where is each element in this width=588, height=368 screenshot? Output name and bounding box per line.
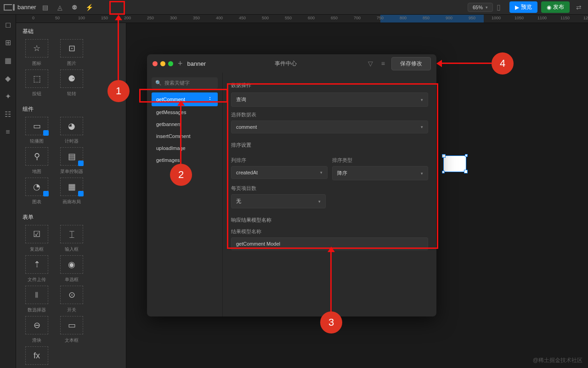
comp-menu-ctrl[interactable]: ▤菜单控制器: [56, 147, 88, 175]
filter-icon[interactable]: ▽: [368, 60, 373, 67]
add-icon[interactable]: +: [178, 59, 183, 69]
comp-icon[interactable]: ☆图标: [21, 39, 53, 67]
device-icon[interactable]: ▯: [497, 3, 506, 12]
selected-shape[interactable]: [443, 155, 466, 172]
arrow-3: [330, 249, 332, 312]
comp-map[interactable]: ⚲地图: [21, 147, 53, 175]
section-model: 响应结果模型名称: [231, 217, 428, 224]
rail-data-icon[interactable]: ≡: [6, 128, 10, 136]
save-button[interactable]: 保存修改: [391, 57, 431, 70]
query-item-getcomment[interactable]: getComment⋮: [152, 92, 218, 106]
operation-select[interactable]: 查询▾: [231, 92, 428, 107]
comp-carousel[interactable]: ⚈轮转: [56, 69, 88, 97]
app-logo-icon: [4, 4, 12, 11]
left-rail: ◻ ⊞ ▦ ◆ ✦ ☷ ≡: [0, 15, 16, 368]
section-form: 表单: [16, 209, 126, 225]
page-label: 每页项目数: [231, 185, 428, 192]
more-icon[interactable]: ⋮: [207, 96, 213, 103]
search-input[interactable]: 🔍 搜索关键字: [152, 77, 218, 89]
comp-switch[interactable]: ⊙开关: [56, 286, 88, 313]
sort-type-label: 排序类型: [332, 157, 429, 164]
tool-user-icon[interactable]: ⚉: [69, 2, 80, 13]
comp-carousel-img[interactable]: ▭轮播图: [21, 117, 53, 144]
arrow-2: [180, 103, 181, 165]
project-title: banner: [17, 4, 36, 11]
ruler: -300-250-200-150-100-5005010015020025030…: [16, 15, 588, 23]
tool-cloud-icon[interactable]: ◬: [54, 2, 65, 13]
marker-2: 2: [170, 164, 192, 186]
query-config-panel: 数据操作 查询▾ 选择数据表 comment▾ 排序设置 列排序 created…: [223, 73, 436, 316]
event-center-modal: + banner 事件中心 ▽ ≡ 保存修改 🔍 搜索关键字 getCommen…: [147, 54, 436, 316]
preview-button[interactable]: ▶ 预览: [509, 1, 537, 13]
section-data-op: 数据操作: [231, 82, 428, 89]
comp-button[interactable]: ⬚按钮: [21, 69, 53, 97]
comp-image[interactable]: ⊡图片: [56, 39, 88, 67]
modal-center-title: 事件中心: [210, 60, 362, 68]
rail-grid-icon[interactable]: ▦: [5, 56, 11, 65]
comp-input[interactable]: ⌶输入框: [56, 225, 88, 253]
col-sort-select[interactable]: createdAt▾: [231, 166, 328, 179]
col-sort-label: 列排序: [231, 157, 328, 164]
query-list-panel: 🔍 搜索关键字 getComment⋮ getMessages getbanne…: [147, 73, 223, 316]
comp-formula[interactable]: fx公式输入框: [21, 346, 53, 368]
table-select[interactable]: comment▾: [231, 121, 428, 133]
zoom-select[interactable]: 65%▾: [468, 3, 493, 12]
watermark: @稀土掘金技术社区: [533, 356, 582, 364]
comp-upload[interactable]: ⇡文件上传: [21, 255, 53, 283]
page-select[interactable]: 无▾: [231, 194, 326, 208]
query-item[interactable]: getbanners: [152, 118, 218, 130]
comp-checkbox[interactable]: ☑复选框: [21, 225, 53, 253]
modal-title: banner: [187, 60, 206, 67]
query-item[interactable]: getMessages: [152, 106, 218, 118]
comp-slider[interactable]: ⊖滑块: [21, 316, 53, 344]
section-components: 组件: [16, 101, 126, 117]
comp-textbox[interactable]: ▭文本框: [56, 316, 88, 344]
stack-icon[interactable]: ≡: [381, 60, 385, 67]
marker-3: 3: [320, 311, 342, 334]
query-item[interactable]: insertComment: [152, 130, 218, 142]
tool-doc-icon[interactable]: ▤: [40, 2, 51, 13]
comp-radio[interactable]: ◉单选框: [56, 255, 88, 283]
rail-tree-icon[interactable]: ⊞: [5, 38, 11, 47]
section-sort: 排序设置: [231, 142, 428, 149]
query-item[interactable]: uploadImage: [152, 142, 218, 154]
rail-layers-icon[interactable]: ◆: [5, 74, 11, 83]
traffic-lights[interactable]: [153, 61, 173, 66]
comp-chart[interactable]: ◔图表: [21, 178, 53, 205]
modal-header: + banner 事件中心 ▽ ≡ 保存修改: [147, 54, 436, 73]
settings-icon[interactable]: ⇄: [573, 2, 584, 13]
marker-4: 4: [492, 52, 514, 75]
arrow-4: [440, 63, 492, 64]
comp-data-picker[interactable]: ⦀数选择器: [21, 286, 53, 313]
sort-type-select[interactable]: 降序▾: [332, 166, 429, 180]
model-label: 结果模型名称: [231, 228, 428, 235]
marker-1: 1: [107, 80, 130, 102]
comp-timer[interactable]: ◕计时器: [56, 117, 88, 144]
arrow-1: [118, 17, 119, 80]
topbar: banner ▤ ◬ ⚉ ⚡ 65%▾ ▯ ▶ 预览 ◉ 发布 ⇄: [0, 0, 588, 15]
rail-cube-icon[interactable]: ◻: [5, 20, 11, 29]
rail-pin-icon[interactable]: ✦: [5, 92, 11, 101]
tool-lightning-icon[interactable]: ⚡: [84, 2, 95, 13]
component-panel: 基础 ☆图标 ⊡图片 ⬚按钮 ⚈轮转 组件 ▭轮播图 ◕计时器 ⚲地图 ▤菜单控…: [16, 23, 126, 368]
publish-button[interactable]: ◉ 发布: [541, 1, 570, 13]
table-label: 选择数据表: [231, 111, 428, 118]
section-basic: 基础: [16, 23, 126, 39]
comp-gallery[interactable]: ▦画廊布局: [56, 178, 88, 205]
rail-list-icon[interactable]: ☷: [5, 110, 11, 119]
